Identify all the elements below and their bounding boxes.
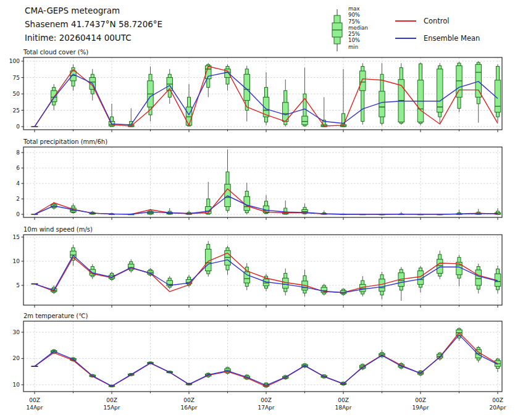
panel-wind-speed-10m: 10m wind speed (m/s)51015	[13, 226, 502, 308]
x-tick-label-time: 00Z	[492, 397, 503, 403]
y-tick-label: 0	[16, 211, 20, 217]
x-tick-label-date: 18Apr	[335, 405, 351, 411]
panel-frame	[23, 321, 502, 392]
y-tick-label: 50	[13, 91, 20, 97]
x-tick-label-date: 20Apr	[489, 405, 506, 411]
y-axis: 02468	[16, 149, 23, 217]
x-tick-label-date: 19Apr	[412, 405, 429, 411]
y-tick-label: 75	[13, 75, 20, 81]
meteogram-page: CMA-GEPS meteogram Shasenem 41.7437°N 58…	[0, 0, 515, 420]
boxplot	[263, 72, 269, 125]
x-tick-label-time: 00Z	[106, 397, 117, 403]
panel-title: 2m temperature (℃)	[23, 313, 88, 319]
meteogram-panels: Total cloud cover (%)0255075100Total pre…	[0, 0, 515, 420]
boxplot	[244, 65, 249, 121]
gridlines	[23, 147, 502, 217]
y-axis: 0255075100	[9, 58, 23, 130]
panel-frame	[23, 57, 502, 130]
boxplot	[244, 183, 249, 214]
boxplot	[225, 64, 230, 90]
panel-temperature-2m: 2m temperature (℃)102030	[13, 313, 502, 394]
boxplot	[225, 149, 230, 213]
boxplot	[379, 272, 385, 300]
x-axis-ticks	[35, 130, 498, 132]
y-tick-label: 100	[9, 58, 20, 64]
boxplot	[398, 63, 404, 125]
boxplot	[244, 263, 249, 290]
x-tick-label-date: 14Apr	[26, 405, 43, 411]
x-tick-label-date: 17Apr	[258, 405, 274, 411]
gridlines	[23, 321, 502, 392]
boxplot	[398, 267, 404, 301]
x-tick-label-date: 15Apr	[103, 405, 120, 411]
x-axis-ticks	[35, 217, 498, 220]
boxplot	[456, 255, 462, 287]
boxplot	[321, 97, 327, 127]
y-tick-label: 15	[13, 234, 20, 240]
boxplot	[475, 264, 481, 293]
y-tick-label: 4	[16, 180, 20, 187]
boxplot	[90, 69, 95, 101]
y-tick-label: 10	[13, 382, 20, 388]
panel-title: Total cloud cover (%)	[23, 49, 88, 56]
boxplot	[437, 63, 443, 124]
x-tick-label-time: 00Z	[183, 397, 195, 403]
panel-total-precipitation: Total precipitation (mm/6h)02468	[16, 138, 502, 220]
boxplot	[475, 61, 481, 123]
panel-title: Total precipitation (mm/6h)	[23, 138, 107, 145]
x-tick-label-time: 00Z	[29, 397, 40, 403]
boxplot	[456, 327, 462, 340]
boxplot	[167, 276, 172, 289]
y-tick-label: 25	[13, 107, 20, 114]
x-axis-ticks	[35, 305, 498, 308]
boxplot	[495, 64, 500, 122]
y-tick-label: 5	[16, 282, 20, 288]
panel-title: 10m wind speed (m/s)	[23, 226, 93, 233]
ensemble-mean-line	[35, 335, 498, 386]
boxplots	[31, 327, 501, 388]
boxplot	[167, 208, 172, 214]
y-tick-label: 2	[16, 196, 20, 202]
boxplot	[70, 64, 76, 90]
gridlines	[23, 57, 502, 130]
y-tick-label: 10	[13, 258, 20, 264]
panel-total-cloud-cover: Total cloud cover (%)0255075100	[9, 49, 502, 132]
y-axis: 102030	[13, 329, 23, 388]
boxplot	[360, 276, 366, 296]
panel-frame	[23, 147, 502, 217]
boxplot	[302, 270, 308, 296]
x-axis-labels: 00Z14Apr00Z15Apr00Z16Apr00Z17Apr00Z18Apr…	[26, 397, 506, 411]
boxplot	[321, 284, 327, 296]
y-tick-label: 6	[16, 165, 20, 171]
y-tick-label: 20	[13, 355, 20, 361]
y-axis: 51015	[13, 234, 23, 288]
boxplot	[417, 62, 423, 125]
boxplot	[379, 63, 385, 125]
boxplot	[148, 67, 153, 122]
y-tick-label: 0	[16, 124, 20, 130]
boxplot	[495, 358, 500, 372]
x-tick-label-date: 16Apr	[180, 405, 197, 411]
y-tick-label: 30	[13, 329, 20, 335]
x-tick-label-time: 00Z	[261, 397, 272, 403]
x-tick-label-time: 00Z	[338, 397, 349, 403]
y-tick-label: 8	[16, 149, 20, 156]
boxplot	[206, 241, 211, 277]
boxplot	[302, 68, 308, 127]
x-tick-label-time: 00Z	[415, 397, 426, 403]
